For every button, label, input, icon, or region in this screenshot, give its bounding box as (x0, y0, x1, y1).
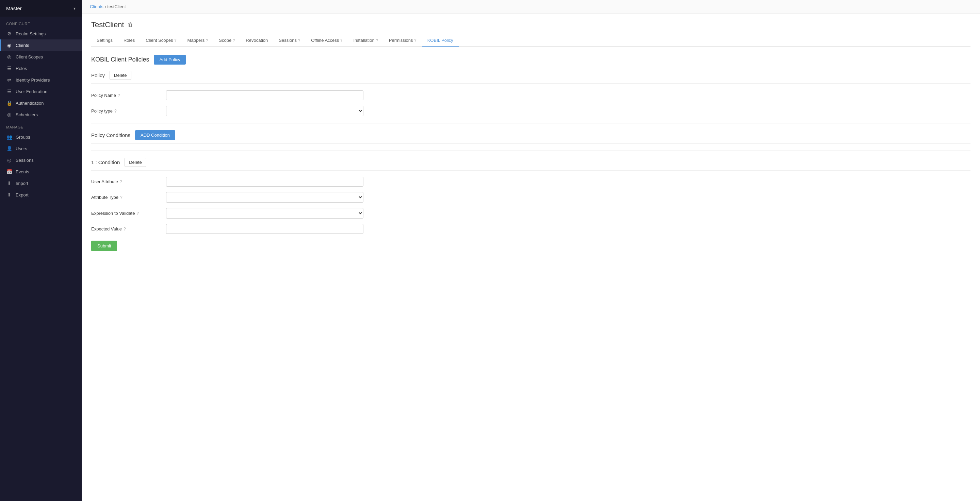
sidebar-item-label: Clients (16, 43, 29, 48)
policy-type-row: Policy type ? (91, 106, 970, 116)
help-icon: ? (376, 38, 378, 43)
sidebar-item-user-federation[interactable]: ☰ User Federation (0, 86, 82, 97)
sidebar-item-identity-providers[interactable]: ⇄ Identity Providers (0, 74, 82, 86)
sidebar-item-label: Import (16, 181, 28, 186)
sidebar-header[interactable]: Master ▾ (0, 0, 82, 17)
expected-value-row: Expected Value ? (91, 224, 970, 234)
condition-label: 1 : Condition (91, 159, 120, 165)
sidebar-item-groups[interactable]: 👥 Groups (0, 131, 82, 143)
tab-settings[interactable]: Settings (91, 35, 118, 47)
sidebar-item-client-scopes[interactable]: ◎ Client Scopes (0, 51, 82, 63)
sidebar-item-import[interactable]: ⬇ Import (0, 178, 82, 189)
policy-conditions-label: Policy Conditions (91, 132, 130, 138)
policy-name-label: Policy Name ? (91, 93, 166, 98)
attribute-type-help-icon: ? (120, 195, 123, 200)
condition-header: 1 : Condition Delete (91, 158, 970, 171)
expression-help-icon: ? (137, 211, 139, 216)
tab-scope[interactable]: Scope ? (213, 35, 240, 47)
submit-button[interactable]: Submit (91, 241, 117, 251)
breadcrumb-clients-link[interactable]: Clients (90, 4, 103, 9)
policy-name-help-icon: ? (118, 93, 120, 98)
breadcrumb-current: testClient (107, 4, 126, 9)
gear-icon: ⚙ (6, 31, 12, 36)
tab-label: KOBIL Policy (427, 38, 453, 43)
main-content: Clients › testClient TestClient 🗑 Settin… (82, 0, 980, 501)
policy-type-select[interactable] (166, 106, 363, 116)
sidebar-item-events[interactable]: 📅 Events (0, 166, 82, 178)
section-title: KOBIL Client Policies (91, 56, 149, 63)
groups-icon: 👥 (6, 134, 12, 140)
clients-icon: ◉ (6, 43, 12, 48)
import-icon: ⬇ (6, 181, 12, 186)
tab-label: Sessions (279, 38, 297, 43)
configure-section-label: Configure (0, 17, 82, 28)
sidebar-item-sessions[interactable]: ◎ Sessions (0, 154, 82, 166)
sidebar-item-roles[interactable]: ☰ Roles (0, 63, 82, 74)
sidebar-item-label: Users (16, 146, 27, 151)
expected-value-label: Expected Value ? (91, 227, 166, 231)
sidebar-item-label: Realm Settings (16, 31, 46, 36)
export-icon: ⬆ (6, 192, 12, 198)
tab-offline-access[interactable]: Offline Access ? (305, 35, 348, 47)
add-policy-button[interactable]: Add Policy (154, 55, 185, 65)
section-title-row: KOBIL Client Policies Add Policy (91, 55, 970, 65)
clock-icon: ◎ (6, 112, 12, 117)
user-attribute-input[interactable] (166, 177, 363, 187)
tab-label: Offline Access (311, 38, 339, 43)
tab-revocation[interactable]: Revocation (240, 35, 273, 47)
policy-name-row: Policy Name ? (91, 90, 970, 100)
expression-label: Expression to Validate ? (91, 211, 166, 216)
policy-delete-button[interactable]: Delete (110, 71, 131, 80)
sidebar-item-label: Client Scopes (16, 54, 43, 59)
tab-label: Permissions (389, 38, 413, 43)
lock-icon: 🔒 (6, 100, 12, 106)
add-condition-button[interactable]: ADD Condition (135, 130, 175, 140)
help-icon: ? (174, 38, 176, 43)
help-icon: ? (414, 38, 417, 43)
divider-2 (91, 151, 970, 151)
tab-sessions[interactable]: Sessions ? (273, 35, 305, 47)
tab-permissions[interactable]: Permissions ? (383, 35, 422, 47)
sidebar-item-users[interactable]: 👤 Users (0, 143, 82, 154)
tab-client-scopes[interactable]: Client Scopes ? (140, 35, 182, 47)
user-attribute-label: User Attribute ? (91, 179, 166, 184)
breadcrumb-separator: › (105, 4, 106, 9)
policy-name-input[interactable] (166, 90, 363, 100)
submit-row: Submit (91, 241, 970, 251)
sidebar-item-authentication[interactable]: 🔒 Authentication (0, 97, 82, 109)
user-icon: 👤 (6, 146, 12, 151)
sidebar-item-label: Schedulers (16, 112, 38, 117)
sessions-icon: ◎ (6, 157, 12, 163)
trash-icon[interactable]: 🗑 (127, 22, 133, 28)
expected-value-input[interactable] (166, 224, 363, 234)
expression-row: Expression to Validate ? (91, 208, 970, 219)
tab-roles[interactable]: Roles (118, 35, 140, 47)
attribute-type-select[interactable] (166, 192, 363, 203)
tab-kobil-policy[interactable]: KOBIL Policy (422, 35, 459, 47)
manage-section-label: Manage (0, 120, 82, 131)
sidebar-item-schedulers[interactable]: ◎ Schedulers (0, 109, 82, 120)
help-icon: ? (206, 38, 208, 43)
tab-label: Settings (97, 38, 113, 43)
sidebar-realm-title: Master (6, 5, 22, 11)
sidebar-item-label: Roles (16, 66, 27, 71)
page-title-row: TestClient 🗑 (91, 21, 970, 29)
tab-installation[interactable]: Installation ? (348, 35, 383, 47)
sidebar-item-clients[interactable]: ◉ Clients (0, 40, 82, 51)
policy-section: Policy Delete Policy Name ? Policy type … (91, 71, 970, 251)
breadcrumb: Clients › testClient (82, 0, 980, 14)
help-icon: ? (233, 38, 235, 43)
sidebar-item-export[interactable]: ⬆ Export (0, 189, 82, 201)
events-icon: 📅 (6, 169, 12, 174)
condition-delete-button[interactable]: Delete (124, 158, 146, 167)
sidebar-item-realm-settings[interactable]: ⚙ Realm Settings (0, 28, 82, 40)
sidebar-item-label: Authentication (16, 101, 43, 106)
tab-mappers[interactable]: Mappers ? (182, 35, 214, 47)
sidebar-item-label: Export (16, 192, 29, 198)
policy-header: Policy Delete (91, 71, 970, 84)
expression-select[interactable] (166, 208, 363, 219)
divider (91, 123, 970, 124)
help-icon: ? (340, 38, 342, 43)
tab-label: Client Scopes (146, 38, 173, 43)
roles-icon: ☰ (6, 66, 12, 71)
